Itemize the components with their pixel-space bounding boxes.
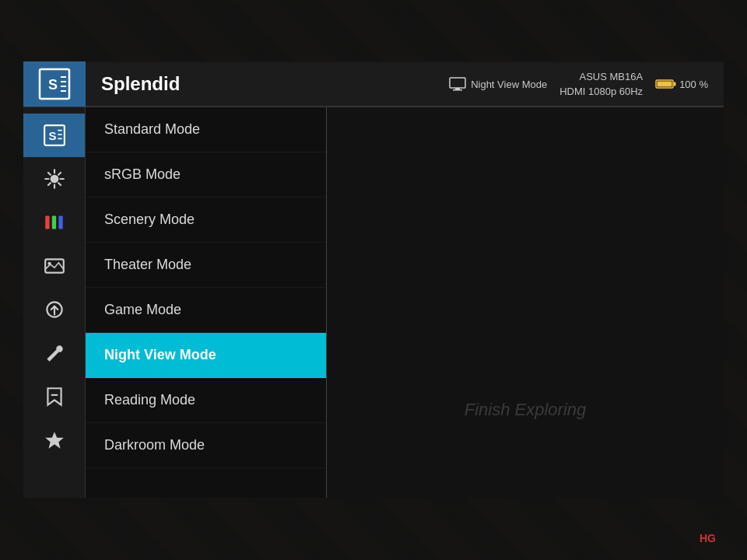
menu-item-srgb[interactable]: sRGB Mode [86,152,326,198]
svg-rect-27 [51,215,55,229]
svg-line-24 [58,173,61,175]
svg-rect-10 [658,82,672,87]
page-title: Splendid [86,73,449,95]
svg-rect-8 [453,89,462,91]
sidebar-item-input[interactable] [23,288,85,331]
svg-point-30 [47,262,51,265]
menu-item-standard[interactable]: Standard Mode [86,107,326,152]
menu-item-scenery[interactable]: Scenery Mode [86,198,326,243]
sidebar-item-color[interactable] [23,201,85,244]
osd-container: S Splendid Night View Mode ASUS MB [23,62,724,498]
svg-marker-34 [45,432,64,448]
battery-icon [655,78,677,90]
input-icon [43,298,66,321]
menu-item-game[interactable]: Game Mode [86,288,326,333]
active-mode-label: Night View Mode [471,79,547,90]
device-name: ASUS MB16A [559,69,643,85]
star-icon [43,429,66,452]
header-right: Night View Mode ASUS MB16A HDMI 1080p 60… [449,69,724,100]
menu-item-theater[interactable]: Theater Mode [86,243,326,288]
svg-text:S: S [48,129,56,142]
settings-icon [43,341,66,365]
svg-line-23 [58,183,61,185]
sidebar-item-brightness[interactable] [23,157,85,201]
splendid-icon-box: S [23,61,86,107]
battery-indicator: 100 % [655,78,708,90]
svg-rect-11 [674,82,676,86]
system-icon [43,385,66,408]
svg-point-17 [50,175,58,184]
corner-watermark: HG [700,532,716,544]
svg-rect-6 [450,78,465,88]
color-icon [43,211,66,234]
signal-info: Night View Mode [449,77,547,91]
device-info: ASUS MB16A HDMI 1080p 60Hz [559,69,643,100]
content-panel: Finish Exploring [327,107,724,498]
svg-text:S: S [48,77,58,93]
sidebar-item-system[interactable] [23,375,85,418]
splendid-sidebar-icon: S [43,124,66,147]
osd-body: S [23,107,724,498]
header-bar: S Splendid Night View Mode ASUS MB [23,62,724,107]
menu-item-reading[interactable]: Reading Mode [86,378,326,423]
battery-percent: 100 % [679,79,708,90]
menu-item-darkroom[interactable]: Darkroom Mode [86,423,326,468]
monitor-icon [449,77,466,91]
sidebar-item-splendid[interactable]: S [23,114,85,157]
svg-line-25 [47,183,50,185]
svg-rect-7 [455,88,460,89]
brightness-icon [43,167,66,191]
sidebar-item-favorite[interactable] [23,418,85,462]
svg-rect-28 [58,215,62,229]
connection-info: HDMI 1080p 60Hz [559,84,643,100]
svg-rect-26 [45,215,49,229]
svg-line-22 [47,173,50,175]
sidebar: S [23,107,86,498]
splendid-icon: S [38,68,71,100]
image-icon [43,254,66,278]
sidebar-item-settings[interactable] [23,331,85,375]
menu-panel: Standard Mode sRGB Mode Scenery Mode The… [86,107,327,498]
menu-item-night[interactable]: Night View Mode [86,333,326,378]
sidebar-item-image[interactable] [23,244,85,288]
watermark-text: Finish Exploring [465,400,587,420]
